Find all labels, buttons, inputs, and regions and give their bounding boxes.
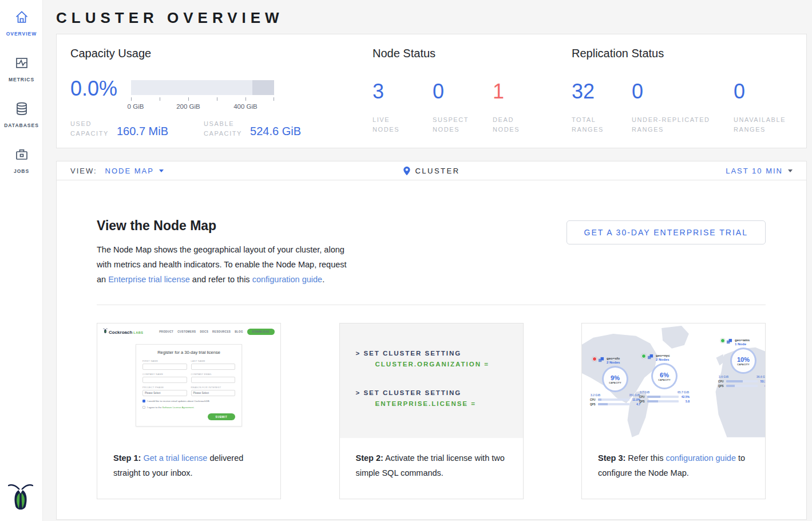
nav-item[interactable]: DOCS (200, 330, 208, 333)
nav-item[interactable]: PRODUCT (159, 330, 173, 333)
prompt-symbol: > (356, 389, 361, 396)
chevron-down-icon (159, 169, 164, 172)
status-dot-live (641, 354, 646, 358)
sql-command: > SET CLUSTER SETTING CLUSTER.ORGANIZATI… (356, 350, 523, 368)
nav-item[interactable]: BLOG (235, 330, 243, 333)
checkbox-unchecked[interactable] (142, 406, 145, 409)
locality-ams[interactable]: geo=ams 1 Node 10% CAPACITY 3.6 GiB 36.6… (718, 338, 765, 388)
node-status-title: Node Status (373, 47, 553, 60)
get-trial-license-link[interactable]: Get a trial license (143, 453, 207, 463)
sql-setting: CLUSTER.ORGANIZATION = (375, 361, 523, 368)
sidebar-item-overview[interactable]: OVERVIEW (0, 0, 43, 46)
step3-label: Step 3: (598, 453, 625, 463)
capacity-percent: 0.0% (70, 77, 117, 101)
steps-row: Cockroach LABS PRODUCT CUSTOMERS DOCS RE… (97, 323, 766, 499)
form-field: REASON FOR INTEREST Please Select (191, 386, 236, 396)
nav-item[interactable]: RESOURCES (212, 330, 231, 333)
suspect-nodes-value: 0 (433, 80, 493, 104)
databases-icon (14, 101, 30, 119)
trial-registration-form: Register for a 30-day trial license FIRS… (136, 344, 242, 427)
license-agreement-link[interactable]: Software License Agreement. (163, 406, 195, 409)
used-capacity-label: USED CAPACITY (70, 119, 109, 139)
view-selected-value: NODE MAP (105, 167, 154, 175)
locality-sfo[interactable]: geo=sfo 2 Nodes 9% CAPACITY 3.2 GiB 351 … (590, 357, 640, 406)
prompt-symbol: > (356, 350, 361, 357)
step2-label: Step 2: (356, 453, 383, 463)
sidebar-item-databases[interactable]: DATABASES (0, 92, 43, 137)
step1-label: Step 1: (113, 453, 141, 463)
sidebar-item-label: DATABASES (4, 123, 39, 128)
node-cubes-icon (726, 338, 732, 345)
suspect-nodes-label: SUSPECT NODES (433, 115, 493, 135)
sidebar-item-label: OVERVIEW (6, 31, 37, 37)
text-input[interactable] (142, 377, 187, 383)
text-input[interactable] (191, 364, 236, 370)
sidebar-item-metrics[interactable]: METRICS (0, 46, 43, 92)
capacity-bar (131, 80, 274, 95)
checkbox-label: I would like to receive email updates ab… (147, 400, 210, 402)
text-input[interactable] (191, 377, 236, 383)
view-selector-dropdown[interactable]: VIEW: NODE MAP (70, 167, 164, 175)
step2-card: > SET CLUSTER SETTING CLUSTER.ORGANIZATI… (339, 323, 524, 499)
axis-label: 0 GiB (128, 103, 144, 110)
field-label: COMPANY EMAIL (191, 373, 236, 376)
form-field: FIRST NAME (142, 360, 187, 370)
configuration-guide-link[interactable]: configuration guide (666, 453, 736, 463)
capacity-stats: USED CAPACITY 160.7 MiB USABLE CAPACITY … (70, 119, 301, 139)
select-input[interactable]: Please Select (191, 390, 236, 396)
dead-nodes-label: DEAD NODES (493, 115, 553, 135)
axis-tick (131, 97, 132, 101)
cockroach-labs-logo: Cockroach LABS (103, 328, 143, 335)
capacity-gauge: 9% CAPACITY (602, 366, 628, 392)
usable-capacity-label: USABLE CAPACITY (204, 119, 242, 139)
capacity-gauge: 10% CAPACITY (730, 348, 756, 374)
cockroach-icon (103, 328, 108, 334)
capacity-axis-labels: 0 GiB 200 GiB 400 GiB (131, 102, 274, 110)
time-range-dropdown[interactable]: LAST 10 MIN (726, 167, 793, 175)
axis-label: 200 GiB (176, 103, 200, 110)
suspect-nodes-stat: 0 SUSPECT NODES (433, 80, 493, 135)
select-input[interactable]: Please Select (142, 390, 187, 396)
node-map-preview: geo=sfo 2 Nodes 9% CAPACITY 3.2 GiB 351 … (582, 323, 765, 438)
logo-text: Cockroach (109, 330, 132, 335)
capacity-usage-section: Capacity Usage 0.0% 0 GiB 200 GiB 4 (70, 47, 362, 139)
step3-caption: Step 3: Refer this configuration guide t… (582, 438, 765, 480)
submit-button[interactable]: SUBMIT (208, 413, 235, 420)
sql-keyword: SET CLUSTER SETTING (363, 350, 461, 357)
configuration-guide-link[interactable]: configuration guide (252, 275, 323, 284)
locality-nyc[interactable]: geo=nyc 2 Nodes 6% CAPACITY 3.7 GiB 65.7… (639, 354, 690, 403)
text-input[interactable] (142, 364, 187, 370)
mini-site-header: Cockroach LABS PRODUCT CUSTOMERS DOCS RE… (103, 328, 275, 335)
enterprise-trial-button[interactable]: GET A 30-DAY ENTERPRISE TRIAL (567, 220, 766, 244)
sidebar-item-label: METRICS (9, 77, 34, 82)
status-dot-dead (592, 357, 597, 361)
usable-capacity-value: 524.6 GiB (250, 125, 301, 139)
view-bar: VIEW: NODE MAP CLUSTER LAST 10 MIN (56, 161, 807, 180)
unavailable-ranges-value: 0 (734, 80, 794, 104)
form-title: Register for a 30-day trial license (142, 350, 235, 355)
enterprise-trial-license-link[interactable]: Enterprise trial license (108, 275, 190, 284)
sql-command: > SET CLUSTER SETTING ENTERPRISE.LICENSE… (356, 389, 523, 407)
node-cubes-icon (647, 354, 653, 360)
nav-item[interactable]: CUSTOMERS (177, 330, 196, 333)
sidebar-item-jobs[interactable]: JOBS (0, 137, 43, 183)
under-replicated-ranges-stat: 0 UNDER-REPLICATED RANGES (632, 80, 734, 135)
mini-site-nav: PRODUCT CUSTOMERS DOCS RESOURCES BLOG DO… (159, 329, 275, 335)
unavailable-ranges-label: UNAVAILABLE RANGES (734, 115, 794, 135)
axis-tick (160, 97, 160, 101)
replication-status-title: Replication Status (572, 47, 794, 60)
home-icon (14, 9, 30, 27)
checkbox-checked[interactable] (142, 400, 145, 402)
cpu-metric: CPU 42.5% (639, 395, 690, 398)
description-text: . (322, 275, 324, 284)
total-ranges-label: TOTAL RANGES (572, 115, 632, 135)
total-ranges-stat: 32 TOTAL RANGES (572, 80, 632, 135)
download-button[interactable]: DOWNLOAD (247, 329, 275, 335)
qps-metric: QPS 4.7 (590, 402, 640, 406)
field-label: LAST NAME (191, 360, 236, 362)
cpu-metric: CPU 11.0% (590, 398, 640, 401)
breadcrumb-label: CLUSTER (415, 167, 460, 175)
node-cubes-icon (598, 357, 604, 363)
description-text: and refer to this (190, 275, 252, 284)
step1-caption: Step 1: Get a trial license delivered st… (97, 438, 280, 480)
